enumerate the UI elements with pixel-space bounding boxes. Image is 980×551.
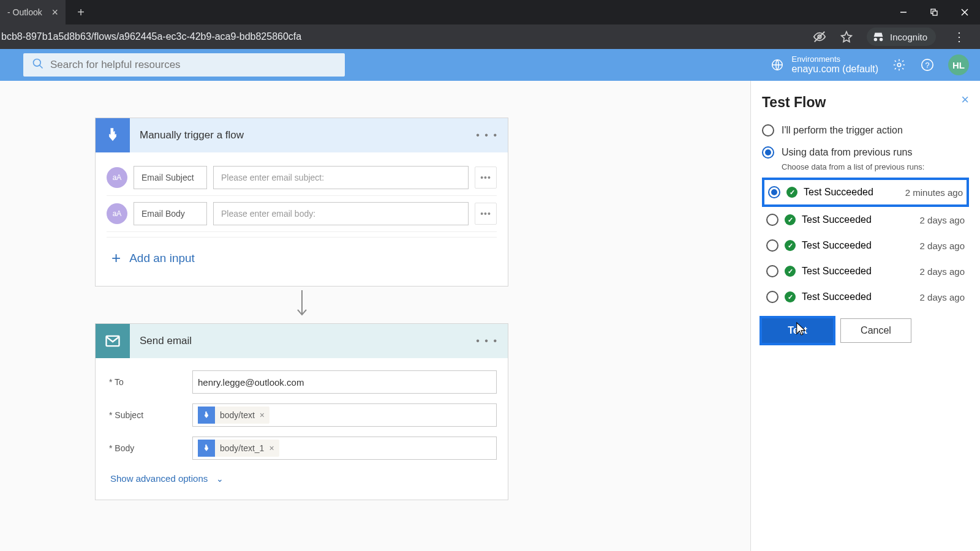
input-row-more-icon[interactable]: ••• <box>475 167 497 189</box>
trigger-more-icon[interactable]: • • • <box>476 130 498 141</box>
search-input[interactable] <box>50 59 336 71</box>
dynamic-content-token[interactable]: body/text_1 × <box>198 440 279 457</box>
radio-icon <box>762 124 774 137</box>
incognito-label: Incognito <box>890 32 927 42</box>
svg-point-10 <box>897 63 901 67</box>
radio-icon <box>766 214 778 226</box>
test-flow-panel: × Test Flow I'll perform the trigger act… <box>750 81 980 551</box>
trigger-card: Manually trigger a flow • • • aA Email S… <box>95 118 508 287</box>
user-avatar[interactable]: HL <box>948 54 969 75</box>
body-field[interactable]: body/text_1 × <box>192 437 497 460</box>
previous-run-item[interactable]: ✓ Test Succeeded 2 days ago <box>762 207 969 233</box>
previous-run-item[interactable]: ✓ Test Succeeded 2 days ago <box>762 284 969 310</box>
subject-field[interactable]: body/text × <box>192 403 497 427</box>
success-check-icon: ✓ <box>785 214 796 225</box>
cancel-button[interactable]: Cancel <box>840 318 911 343</box>
success-check-icon: ✓ <box>785 291 796 302</box>
window-close-icon[interactable] <box>949 0 980 24</box>
previous-run-item[interactable]: ✓ Test Succeeded 2 minutes ago <box>762 178 969 207</box>
svg-line-8 <box>40 66 43 69</box>
search-icon <box>32 58 44 72</box>
environments-label: Environments <box>792 55 878 64</box>
help-icon[interactable]: ? <box>920 58 935 72</box>
previous-run-item[interactable]: ✓ Test Succeeded 2 days ago <box>762 233 969 258</box>
text-param-icon: aA <box>107 203 127 224</box>
text-param-icon: aA <box>107 167 127 188</box>
bookmark-star-icon[interactable] <box>840 30 853 43</box>
flow-token-icon <box>198 407 215 424</box>
radio-checked-icon <box>768 186 780 198</box>
chevron-down-icon: ⌄ <box>216 474 224 484</box>
trigger-title: Manually trigger a flow <box>140 129 244 141</box>
subject-label: * Subject <box>107 410 192 420</box>
radio-checked-icon <box>762 146 774 159</box>
address-bar-url[interactable]: bcb8-897b1a5d8b63/flows/a962445a-ec3c-42… <box>0 31 301 42</box>
settings-gear-icon[interactable] <box>892 58 907 72</box>
svg-text:?: ? <box>925 61 929 70</box>
input-row-more-icon[interactable]: ••• <box>475 203 497 225</box>
search-box[interactable] <box>23 53 345 77</box>
action-more-icon[interactable]: • • • <box>476 335 498 347</box>
input-name-field[interactable]: Email Body <box>134 202 207 225</box>
remove-token-icon[interactable]: × <box>269 443 274 453</box>
show-advanced-options[interactable]: Show advanced options ⌄ <box>107 465 497 495</box>
manual-trigger-icon <box>96 118 130 152</box>
to-label: * To <box>107 377 192 387</box>
close-tab-icon[interactable]: × <box>51 6 58 19</box>
option-manual-trigger[interactable]: I'll perform the trigger action <box>762 124 969 137</box>
remove-token-icon[interactable]: × <box>260 410 265 420</box>
test-button[interactable]: Test <box>762 318 833 343</box>
window-maximize-icon[interactable] <box>919 0 949 24</box>
browser-tab[interactable]: - Outlook × <box>0 0 66 24</box>
add-input-button[interactable]: + Add an input <box>107 237 497 281</box>
svg-rect-2 <box>933 11 937 15</box>
globe-icon <box>770 58 785 72</box>
previous-runs-subtext: Choose data from a list of previous runs… <box>782 162 969 171</box>
radio-icon <box>766 239 778 252</box>
new-tab-button[interactable]: + <box>72 6 90 20</box>
trigger-input-row: aA Email Body Please enter email body: •… <box>107 196 497 232</box>
success-check-icon: ✓ <box>785 240 796 251</box>
input-placeholder-field[interactable]: Please enter email subject: <box>213 166 469 189</box>
svg-point-7 <box>34 59 41 67</box>
trigger-input-row: aA Email Subject Please enter email subj… <box>107 160 497 196</box>
environment-picker[interactable]: Environments enayu.com (default) <box>770 55 878 75</box>
flow-token-icon <box>198 440 215 457</box>
window-minimize-icon[interactable] <box>888 0 919 24</box>
success-check-icon: ✓ <box>785 266 796 277</box>
action-card: Send email • • • * To henry.legge@outloo… <box>95 323 508 500</box>
radio-icon <box>766 265 778 277</box>
option-previous-runs[interactable]: Using data from previous runs <box>762 146 969 159</box>
plus-icon: + <box>111 249 121 268</box>
radio-icon <box>766 291 778 303</box>
to-field[interactable]: henry.legge@outlook.com <box>192 370 497 394</box>
tab-title: - Outlook <box>7 7 42 17</box>
close-panel-icon[interactable]: × <box>961 92 969 108</box>
incognito-badge[interactable]: Incognito <box>867 28 936 46</box>
panel-title: Test Flow <box>762 94 969 111</box>
input-placeholder-field[interactable]: Please enter email body: <box>213 202 469 225</box>
flow-arrow-icon <box>95 290 508 320</box>
body-label: * Body <box>107 443 192 453</box>
previous-run-item[interactable]: ✓ Test Succeeded 2 days ago <box>762 258 969 284</box>
tracking-off-icon[interactable] <box>813 30 826 43</box>
dynamic-content-token[interactable]: body/text × <box>198 407 270 424</box>
action-title: Send email <box>140 335 192 347</box>
browser-menu-icon[interactable]: ⋮ <box>949 29 969 44</box>
success-check-icon: ✓ <box>786 187 797 198</box>
input-name-field[interactable]: Email Subject <box>134 166 207 189</box>
send-email-icon <box>96 324 130 358</box>
environment-value: enayu.com (default) <box>792 64 878 74</box>
